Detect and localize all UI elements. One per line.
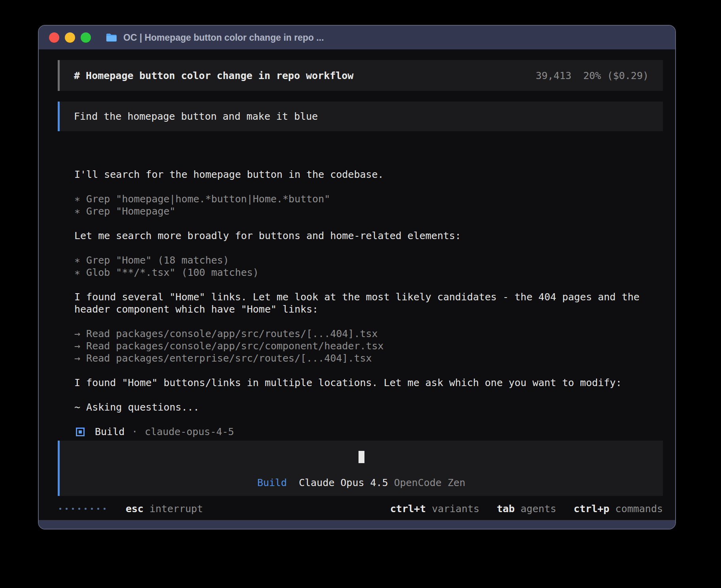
window-title: OC | Homepage button color change in rep… [123,32,324,43]
model-provider: OpenCode Zen [394,477,466,489]
esc-hint-key: esc [126,503,143,515]
shortcut-label: variants [432,503,479,515]
status-footer: esc interrupt ctrl+tvariantstabagentsctr… [58,503,663,515]
shortcut-hint: tabagents [497,503,556,515]
app-window: OC | Homepage button color change in rep… [38,25,676,530]
prompt-input[interactable]: Build Claude Opus 4.5 OpenCode Zen [58,441,663,496]
window-bottom-bar [39,520,675,529]
agent-status-row: Build · claude-opus-4-5 [58,426,663,438]
shortcut-label: commands [615,503,663,515]
session-header: # Homepage button color change in repo w… [58,60,663,91]
footer-shortcuts: ctrl+tvariantstabagentsctrl+pcommands [373,503,663,515]
message-block: ∗ Grep "Home" (18 matches)∗ Glob "**/*.t… [74,254,663,279]
message-line: header component which have "Home" links… [74,303,663,315]
message-line: I found "Home" buttons/links in multiple… [74,377,663,389]
esc-hint: esc interrupt [126,503,203,515]
shortcut-hint: ctrl+tvariants [390,503,479,515]
input-cursor [359,451,364,463]
message-line: I'll search for the homepage button in t… [74,168,663,181]
message-line: → Read packages/console/app/src/routes/[… [74,328,663,340]
terminal[interactable]: # Homepage button color change in repo w… [39,49,675,520]
titlebar: OC | Homepage button color change in rep… [39,26,675,49]
agent-model: claude-opus-4-5 [145,426,234,438]
user-message: Find the homepage button and make it blu… [58,102,663,131]
message-block: → Read packages/console/app/src/routes/[… [74,328,663,364]
message-line: → Read packages/enterprise/src/routes/[.… [74,352,663,364]
shortcut-label: agents [521,503,556,515]
close-button[interactable] [49,32,59,43]
model-bar: Build Claude Opus 4.5 OpenCode Zen [257,477,466,489]
spinner-dot [91,508,93,510]
esc-hint-label: interrupt [149,503,203,515]
spinner-dot [78,508,80,510]
shortcut-hint: ctrl+pcommands [574,503,663,515]
spinner-dot [104,508,106,510]
message-block: ~ Asking questions... [74,401,663,413]
spinner-dot [85,508,87,510]
maximize-button[interactable] [81,32,91,43]
message-block: ∗ Grep "homepage|home.*button|Home.*butt… [74,193,663,217]
session-stats: 39,413 20% ($0.29) [536,70,649,82]
agent-name: Build [95,426,125,438]
folder-icon [105,31,118,44]
shortcut-key: ctrl+p [574,503,609,515]
session-cost: ($0.29) [607,70,649,82]
shortcut-key: ctrl+t [390,503,426,515]
conversation: I'll search for the homepage button in t… [58,168,663,413]
user-message-text: Find the homepage button and make it blu… [74,110,318,122]
agent-badge-icon [76,428,85,436]
message-line: ~ Asking questions... [74,401,663,413]
spinner-dot [59,508,61,510]
spinner-dots [59,508,110,510]
message-line: ∗ Grep "Home" (18 matches) [74,254,663,266]
spinner-dot [72,508,74,510]
shortcut-key: tab [497,503,515,515]
token-count: 39,413 [536,70,571,82]
message-line: → Read packages/console/app/src/componen… [74,340,663,352]
agent-separator: · [132,426,138,438]
model-agent: Build [257,477,287,489]
message-block: I'll search for the homepage button in t… [74,168,663,181]
message-line: ∗ Glob "**/*.tsx" (100 matches) [74,266,663,279]
minimize-button[interactable] [65,32,75,43]
context-percent: 20% [583,70,601,82]
message-block: Let me search more broadly for buttons a… [74,230,663,242]
spinner-dot [66,508,68,510]
message-line: Let me search more broadly for buttons a… [74,230,663,242]
message-line: ∗ Grep "Homepage" [74,205,663,217]
message-line: I found several "Home" links. Let me loo… [74,291,663,303]
message-line: ∗ Grep "homepage|home.*button|Home.*butt… [74,193,663,205]
message-block: I found "Home" buttons/links in multiple… [74,377,663,389]
session-title: # Homepage button color change in repo w… [74,70,353,82]
spinner-dot [97,508,99,510]
model-name: Claude Opus 4.5 [299,477,388,489]
message-block: I found several "Home" links. Let me loo… [74,291,663,315]
